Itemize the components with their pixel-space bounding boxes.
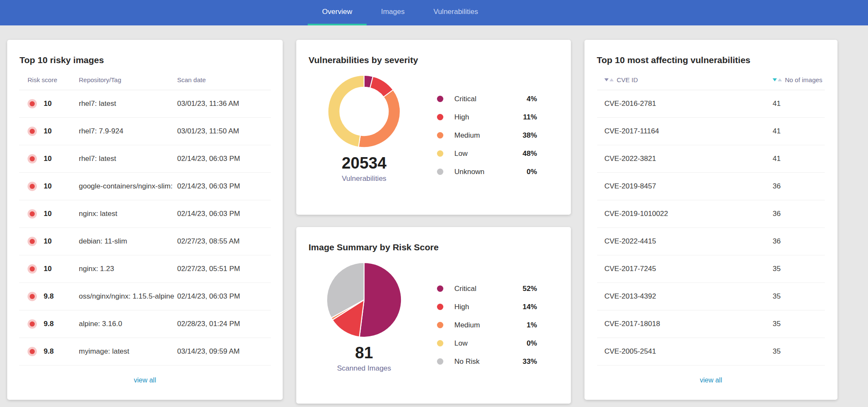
risky-image-row[interactable]: 10 rhel7: latest 03/01/23, 11:36 AM — [19, 90, 271, 118]
vulnerability-row[interactable]: CVE-2019-1010022 36 — [597, 200, 825, 228]
risky-images-rows: 10 rhel7: latest 03/01/23, 11:36 AM 10 r… — [19, 90, 271, 365]
cve-id: CVE-2022-4415 — [597, 237, 773, 246]
legend-item-high[interactable]: High14% — [437, 298, 537, 316]
legend-percentage: 48% — [523, 150, 537, 158]
legend-color-dot-icon — [437, 340, 443, 346]
legend-percentage: 1% — [526, 321, 537, 329]
severity-chart-title: Vulnerabilities by severity — [296, 40, 571, 65]
risky-images-view-all-link[interactable]: view all — [7, 365, 283, 395]
scanned-images-count: 81 — [355, 344, 373, 362]
risk-score-pie-chart — [326, 262, 402, 338]
legend-percentage: 14% — [523, 303, 537, 311]
risk-score-value: 10 — [44, 127, 52, 136]
risk-score-cell: 10 — [28, 154, 79, 163]
vulnerability-row[interactable]: CVE-2017-11164 41 — [597, 118, 825, 145]
sort-icons — [773, 78, 782, 81]
repository-tag: alpine: 3.16.0 — [79, 320, 177, 328]
chart-segment-low — [328, 75, 364, 147]
vulnerability-row[interactable]: CVE-2022-4415 36 — [597, 228, 825, 255]
legend-percentage: 11% — [523, 113, 537, 122]
cve-id: CVE-2019-1010022 — [597, 210, 773, 218]
cve-id: CVE-2017-18018 — [597, 320, 773, 328]
image-count: 36 — [773, 237, 825, 246]
column-scan-date: Scan date — [177, 76, 271, 83]
repository-tag: nginx: latest — [79, 210, 177, 218]
image-count: 41 — [773, 155, 825, 163]
legend-item-medium[interactable]: Medium38% — [437, 126, 537, 144]
legend-item-critical[interactable]: Critical4% — [437, 90, 537, 108]
risky-image-row[interactable]: 10 nginx: 1.23 02/27/23, 05:51 PM — [19, 255, 271, 283]
legend-item-critical[interactable]: Critical52% — [437, 280, 537, 298]
risky-image-row[interactable]: 9.8 myimage: latest 03/14/23, 09:59 AM — [19, 338, 271, 365]
column-no-of-images-sort[interactable]: No of images — [773, 76, 825, 83]
risk-score-cell: 10 — [28, 182, 79, 191]
legend-percentage: 52% — [523, 285, 537, 293]
legend-color-dot-icon — [437, 96, 443, 102]
risk-level-dot-icon — [28, 209, 37, 219]
scan-date: 02/28/23, 01:24 PM — [177, 320, 271, 328]
risky-image-row[interactable]: 10 google-containers/nginx-slim: 02/14/2… — [19, 173, 271, 200]
scan-date: 03/01/23, 11:36 AM — [177, 100, 271, 108]
risk-score-cell: 10 — [28, 237, 79, 246]
risk-score-value: 10 — [44, 237, 52, 246]
risk-level-dot-icon — [28, 347, 37, 356]
vulnerability-row[interactable]: CVE-2022-3821 41 — [597, 145, 825, 173]
risk-score-value: 9.8 — [44, 347, 54, 356]
legend-item-high[interactable]: High11% — [437, 108, 537, 126]
legend-item-unknown[interactable]: Unknown0% — [437, 163, 537, 181]
nav-tab[interactable]: Overview — [308, 0, 367, 25]
legend-percentage: 33% — [523, 357, 537, 366]
column-cve-id-sort[interactable]: CVE ID — [597, 76, 773, 83]
column-cve-id-label: CVE ID — [617, 76, 638, 83]
risky-images-table: Risk score Repository/Tag Scan date 10 r… — [7, 65, 283, 365]
vulnerability-row[interactable]: CVE-2019-8457 36 — [597, 173, 825, 200]
risk-level-dot-icon — [28, 182, 37, 191]
image-count: 35 — [773, 292, 825, 301]
image-summary-title: Image Summary by Risk Score — [296, 227, 571, 252]
risky-image-row[interactable]: 9.8 alpine: 3.16.0 02/28/23, 01:24 PM — [19, 310, 271, 338]
risky-image-row[interactable]: 10 rhel7: 7.9-924 03/01/23, 11:50 AM — [19, 118, 271, 145]
legend-color-dot-icon — [437, 304, 443, 310]
nav-tab[interactable]: Vulnerabilities — [419, 0, 492, 25]
cve-id: CVE-2016-2781 — [597, 100, 773, 108]
risky-image-row[interactable]: 9.8 oss/nginx/nginx: 1.15.5-alpine 02/14… — [19, 283, 271, 310]
cve-id: CVE-2022-3821 — [597, 155, 773, 163]
charts-column: Vulnerabilities by severity 20534 Vulner… — [296, 40, 571, 404]
vulnerability-row[interactable]: CVE-2005-2541 35 — [597, 338, 825, 365]
scanned-images-label: Scanned Images — [337, 364, 391, 373]
legend-color-dot-icon — [437, 322, 443, 328]
legend-item-low[interactable]: Low0% — [437, 334, 537, 352]
image-count: 35 — [773, 347, 825, 356]
legend-item-low[interactable]: Low48% — [437, 144, 537, 163]
risk-score-value: 9.8 — [44, 320, 54, 328]
vulnerability-row[interactable]: CVE-2017-18018 35 — [597, 310, 825, 338]
legend-label: Critical — [454, 95, 526, 103]
sort-icons — [604, 78, 614, 81]
risk-score-cell: 10 — [28, 127, 79, 136]
legend-item-no-risk[interactable]: No Risk33% — [437, 352, 537, 371]
legend-label: Critical — [454, 285, 523, 293]
cve-id: CVE-2017-11164 — [597, 127, 773, 136]
risky-image-row[interactable]: 10 nginx: latest 02/14/23, 06:03 PM — [19, 200, 271, 228]
scan-date: 02/27/23, 08:55 AM — [177, 237, 271, 246]
risk-level-dot-icon — [28, 264, 37, 274]
risk-score-value: 10 — [44, 155, 52, 163]
legend-item-medium[interactable]: Medium1% — [437, 316, 537, 334]
risk-score-value: 10 — [44, 182, 52, 191]
legend-color-dot-icon — [437, 114, 443, 120]
risk-score-cell: 9.8 — [28, 292, 79, 301]
risky-image-row[interactable]: 10 debian: 11-slim 02/27/23, 08:55 AM — [19, 228, 271, 255]
legend-color-dot-icon — [437, 358, 443, 365]
risk-score-value: 10 — [44, 265, 52, 273]
nav-tab[interactable]: Images — [367, 0, 419, 25]
risky-image-row[interactable]: 10 rhel7: latest 02/14/23, 06:03 PM — [19, 145, 271, 173]
sort-asc-icon — [609, 78, 614, 81]
repository-tag: myimage: latest — [79, 347, 177, 356]
legend-label: High — [454, 303, 523, 311]
top-vulnerabilities-view-all-link[interactable]: view all — [584, 365, 837, 395]
vulnerability-row[interactable]: CVE-2016-2781 41 — [597, 90, 825, 118]
vulnerability-row[interactable]: CVE-2013-4392 35 — [597, 283, 825, 310]
column-no-of-images-label: No of images — [785, 76, 822, 83]
vulnerability-row[interactable]: CVE-2017-7245 35 — [597, 255, 825, 283]
top-vulnerabilities-table-header: CVE ID No of images — [597, 65, 825, 90]
